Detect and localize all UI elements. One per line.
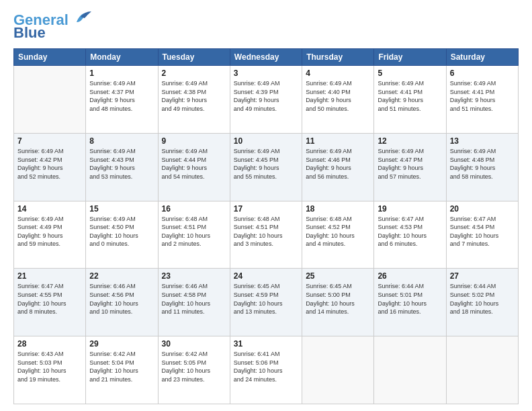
sunset-text: Sunset: 4:55 PM xyxy=(17,291,82,300)
daylight-text: Daylight: 10 hours xyxy=(162,367,226,375)
sunset-text: Sunset: 5:02 PM xyxy=(450,291,515,300)
sunrise-text: Sunrise: 6:46 AM xyxy=(89,282,154,291)
calendar-cell: 22Sunrise: 6:46 AMSunset: 4:56 PMDayligh… xyxy=(86,269,158,336)
calendar-cell: 6Sunrise: 6:49 AMSunset: 4:41 PMDaylight… xyxy=(446,66,518,134)
day-number: 24 xyxy=(234,271,298,281)
calendar-cell: 20Sunrise: 6:47 AMSunset: 4:54 PMDayligh… xyxy=(446,201,518,269)
day-info: Sunrise: 6:42 AMSunset: 5:04 PMDaylight:… xyxy=(89,350,154,383)
sunrise-text: Sunrise: 6:49 AM xyxy=(450,147,515,156)
calendar-cell: 9Sunrise: 6:49 AMSunset: 4:44 PMDaylight… xyxy=(158,133,230,201)
daylight-text-cont: and 7 minutes. xyxy=(450,240,515,248)
day-number: 20 xyxy=(450,204,515,214)
sunrise-text: Sunrise: 6:45 AM xyxy=(234,282,298,291)
sunset-text: Sunset: 4:51 PM xyxy=(234,223,298,232)
calendar-cell: 1Sunrise: 6:49 AMSunset: 4:37 PMDaylight… xyxy=(86,66,158,134)
calendar-cell: 21Sunrise: 6:47 AMSunset: 4:55 PMDayligh… xyxy=(14,269,86,336)
calendar-cell xyxy=(446,336,518,404)
col-header-sunday: Sunday xyxy=(14,49,86,66)
day-info: Sunrise: 6:49 AMSunset: 4:41 PMDaylight:… xyxy=(450,79,515,113)
calendar-header-row: SundayMondayTuesdayWednesdayThursdayFrid… xyxy=(14,49,519,66)
daylight-text: Daylight: 10 hours xyxy=(378,300,442,308)
sunrise-text: Sunrise: 6:49 AM xyxy=(89,147,154,156)
sunrise-text: Sunrise: 6:46 AM xyxy=(162,282,226,291)
sunset-text: Sunset: 4:46 PM xyxy=(306,156,370,165)
sunset-text: Sunset: 4:48 PM xyxy=(450,156,515,165)
day-info: Sunrise: 6:49 AMSunset: 4:42 PMDaylight:… xyxy=(17,147,82,181)
calendar-cell: 25Sunrise: 6:45 AMSunset: 5:00 PMDayligh… xyxy=(302,269,374,336)
day-number: 14 xyxy=(17,204,82,214)
day-info: Sunrise: 6:49 AMSunset: 4:44 PMDaylight:… xyxy=(162,147,226,181)
day-number: 4 xyxy=(306,68,370,78)
day-info: Sunrise: 6:49 AMSunset: 4:40 PMDaylight:… xyxy=(306,79,370,113)
day-info: Sunrise: 6:49 AMSunset: 4:46 PMDaylight:… xyxy=(306,147,370,181)
day-number: 13 xyxy=(450,136,515,146)
day-number: 1 xyxy=(89,68,154,78)
day-info: Sunrise: 6:48 AMSunset: 4:51 PMDaylight:… xyxy=(234,215,298,248)
day-number: 22 xyxy=(89,271,154,281)
day-number: 30 xyxy=(162,339,226,349)
calendar-week-row: 28Sunrise: 6:43 AMSunset: 5:03 PMDayligh… xyxy=(14,336,519,404)
calendar-cell: 10Sunrise: 6:49 AMSunset: 4:45 PMDayligh… xyxy=(230,133,302,201)
sunset-text: Sunset: 4:56 PM xyxy=(89,291,154,300)
day-number: 5 xyxy=(378,68,442,78)
sunrise-text: Sunrise: 6:41 AM xyxy=(234,350,298,359)
sunrise-text: Sunrise: 6:49 AM xyxy=(89,79,154,88)
sunrise-text: Sunrise: 6:48 AM xyxy=(162,215,226,224)
sunset-text: Sunset: 4:41 PM xyxy=(378,88,442,97)
day-info: Sunrise: 6:48 AMSunset: 4:52 PMDaylight:… xyxy=(306,215,370,248)
calendar-cell: 24Sunrise: 6:45 AMSunset: 4:59 PMDayligh… xyxy=(230,269,302,336)
calendar-cell: 5Sunrise: 6:49 AMSunset: 4:41 PMDaylight… xyxy=(374,66,446,134)
sunset-text: Sunset: 4:50 PM xyxy=(89,223,154,232)
calendar-cell xyxy=(302,336,374,404)
calendar-week-row: 14Sunrise: 6:49 AMSunset: 4:49 PMDayligh… xyxy=(14,201,519,269)
daylight-text-cont: and 56 minutes. xyxy=(306,173,370,181)
daylight-text: Daylight: 10 hours xyxy=(162,300,226,308)
sunset-text: Sunset: 4:41 PM xyxy=(450,88,515,97)
day-number: 17 xyxy=(234,204,298,214)
calendar-cell: 29Sunrise: 6:42 AMSunset: 5:04 PMDayligh… xyxy=(86,336,158,404)
day-number: 7 xyxy=(17,136,82,146)
daylight-text-cont: and 2 minutes. xyxy=(162,240,226,248)
calendar-cell: 30Sunrise: 6:42 AMSunset: 5:05 PMDayligh… xyxy=(158,336,230,404)
page: General Blue SundayMondayTuesdayWednesda… xyxy=(0,0,532,411)
sunrise-text: Sunrise: 6:49 AM xyxy=(17,215,82,224)
calendar-cell: 8Sunrise: 6:49 AMSunset: 4:43 PMDaylight… xyxy=(86,133,158,201)
sunrise-text: Sunrise: 6:49 AM xyxy=(306,147,370,156)
sunset-text: Sunset: 4:45 PM xyxy=(234,156,298,165)
sunrise-text: Sunrise: 6:49 AM xyxy=(378,147,442,156)
daylight-text-cont: and 0 minutes. xyxy=(89,240,154,248)
logo-bird-icon xyxy=(71,10,93,25)
sunrise-text: Sunrise: 6:47 AM xyxy=(450,215,515,224)
daylight-text-cont: and 54 minutes. xyxy=(162,173,226,181)
day-number: 28 xyxy=(17,339,82,349)
sunrise-text: Sunrise: 6:49 AM xyxy=(17,147,82,156)
daylight-text-cont: and 16 minutes. xyxy=(378,308,442,316)
logo-blue: Blue xyxy=(13,24,46,42)
day-number: 3 xyxy=(234,68,298,78)
daylight-text: Daylight: 9 hours xyxy=(234,96,298,105)
sunset-text: Sunset: 4:44 PM xyxy=(162,156,226,165)
day-info: Sunrise: 6:47 AMSunset: 4:55 PMDaylight:… xyxy=(17,282,82,316)
sunrise-text: Sunrise: 6:44 AM xyxy=(378,282,442,291)
daylight-text: Daylight: 10 hours xyxy=(162,232,226,240)
daylight-text: Daylight: 10 hours xyxy=(234,367,298,375)
daylight-text-cont: and 18 minutes. xyxy=(450,308,515,316)
daylight-text: Daylight: 10 hours xyxy=(234,300,298,308)
sunset-text: Sunset: 4:54 PM xyxy=(450,223,515,232)
daylight-text-cont: and 13 minutes. xyxy=(234,308,298,316)
day-number: 29 xyxy=(89,339,154,349)
day-info: Sunrise: 6:44 AMSunset: 5:02 PMDaylight:… xyxy=(450,282,515,316)
day-number: 23 xyxy=(162,271,226,281)
daylight-text-cont: and 51 minutes. xyxy=(450,105,515,113)
daylight-text: Daylight: 9 hours xyxy=(89,164,154,173)
sunset-text: Sunset: 4:38 PM xyxy=(162,88,226,97)
day-info: Sunrise: 6:49 AMSunset: 4:41 PMDaylight:… xyxy=(378,79,442,113)
calendar-cell: 23Sunrise: 6:46 AMSunset: 4:58 PMDayligh… xyxy=(158,269,230,336)
daylight-text: Daylight: 10 hours xyxy=(89,232,154,240)
daylight-text: Daylight: 9 hours xyxy=(306,164,370,173)
daylight-text-cont: and 4 minutes. xyxy=(306,240,370,248)
calendar-cell xyxy=(374,336,446,404)
day-number: 19 xyxy=(378,204,442,214)
daylight-text: Daylight: 10 hours xyxy=(17,367,82,375)
day-number: 21 xyxy=(17,271,82,281)
